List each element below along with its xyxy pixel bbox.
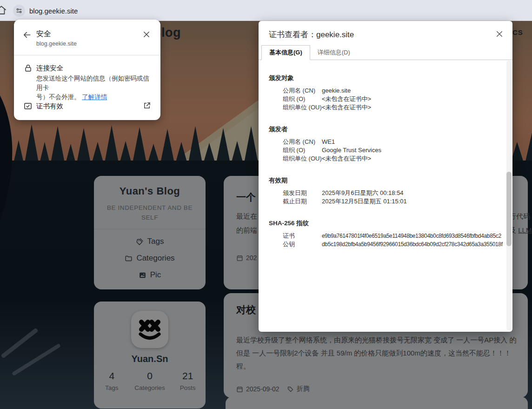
connection-secure-body: 您发送给这个网站的信息（例如密码或信用卡 号）不会外泄。 了解详情	[36, 74, 154, 102]
home-icon[interactable]	[0, 5, 7, 16]
row-value: WE1	[322, 138, 335, 146]
close-icon[interactable]	[496, 30, 503, 38]
section-issued-to: 颁发对象 公用名 (CN)geekie.site 组织 (O)<未包含在证书中>…	[269, 74, 501, 112]
row-label: 组织单位 (OU)	[283, 154, 322, 163]
cert-row: 公用名 (CN)geekie.site	[269, 87, 501, 95]
security-popup-site: blog.geekie.site	[36, 40, 77, 47]
security-popup: 安全 blog.geekie.site 连接安全 您发送给这个网站的信息（例如密…	[14, 20, 160, 120]
browser-toolbar: blog.geekie.site	[0, 0, 532, 21]
section-validity: 有效期 颁发日期2025年9月6日星期六 00:18:54 截止日期2025年1…	[269, 176, 501, 206]
url-text: blog.geekie.site	[29, 7, 78, 15]
row-label: 颁发日期	[283, 189, 322, 197]
tab-details[interactable]: 详细信息(D)	[310, 46, 358, 60]
row-label: 截止日期	[283, 197, 322, 206]
cert-row: 组织 (O)Google Trust Services	[269, 146, 501, 154]
close-icon[interactable]	[142, 30, 151, 39]
lock-icon	[24, 64, 33, 73]
address-bar[interactable]: blog.geekie.site	[13, 4, 78, 17]
cert-row: 颁发日期2025年9月6日星期六 00:18:54	[269, 189, 501, 197]
section-title: SHA-256 指纹	[269, 219, 501, 228]
row-label: 组织单位 (OU)	[283, 103, 322, 112]
row-value: <未包含在证书中>	[322, 103, 371, 112]
cert-row: 组织单位 (OU)<未包含在证书中>	[269, 154, 501, 163]
row-value: e9b9a76147801f4f0e6519a5e114948be13804b0…	[322, 232, 501, 240]
site-settings-icon[interactable]	[13, 5, 25, 17]
section-issued-by: 颁发者 公用名 (CN)WE1 组织 (O)Google Trust Servi…	[269, 125, 501, 163]
certificate-icon	[23, 101, 33, 111]
certificate-viewer-dialog: 证书查看者：geekie.site 基本信息(G) 详细信息(D) 颁发对象 公…	[259, 21, 512, 332]
dialog-title: 证书查看者：geekie.site	[269, 29, 354, 40]
certificate-details: 颁发对象 公用名 (CN)geekie.site 组织 (O)<未包含在证书中>…	[269, 74, 501, 262]
row-value: <未包含在证书中>	[322, 95, 371, 103]
row-label: 公用名 (CN)	[283, 138, 322, 146]
row-value: 2025年9月6日星期六 00:18:54	[322, 189, 404, 197]
section-title: 有效期	[269, 176, 501, 185]
section-title: 颁发对象	[269, 74, 501, 82]
cert-row: 公用名 (CN)WE1	[269, 138, 501, 146]
row-label: 组织 (O)	[283, 95, 322, 103]
cert-row: 组织单位 (OU)<未包含在证书中>	[269, 103, 501, 112]
connection-secure-heading[interactable]: 连接安全	[36, 64, 63, 73]
certificate-valid-row[interactable]: 证书有效	[36, 102, 63, 111]
row-label: 公用名 (CN)	[283, 87, 322, 95]
screen: blog.geekie.site Yuan's Blog CS Y	[0, 0, 532, 409]
section-title: 颁发者	[269, 125, 501, 134]
text-line: 号）不会外泄。	[36, 94, 80, 101]
section-fingerprints: SHA-256 指纹 证书e9b9a76147801f4f0e6519a5e11…	[269, 219, 501, 248]
row-value: <未包含在证书中>	[322, 154, 371, 163]
dialog-tabbar: 基本信息(G) 详细信息(D)	[259, 47, 512, 60]
row-label: 组织 (O)	[283, 146, 322, 154]
divider	[14, 55, 160, 55]
security-popup-title: 安全	[36, 29, 51, 39]
row-value: db5c198d2bfb4a5b9456f92966015d36bdc64b09…	[322, 240, 503, 248]
row-value: Google Trust Services	[322, 146, 381, 154]
cert-row: 公钥db5c198d2bfb4a5b9456f92966015d36bdc64b…	[269, 240, 501, 248]
cert-row: 组织 (O)<未包含在证书中>	[269, 95, 501, 103]
row-label: 证书	[283, 232, 322, 240]
cert-row: 截止日期2025年12月5日星期五 01:15:01	[269, 197, 501, 206]
row-value: geekie.site	[322, 87, 351, 95]
row-value: 2025年12月5日星期五 01:15:01	[322, 197, 407, 206]
back-icon[interactable]	[22, 30, 32, 40]
tab-general[interactable]: 基本信息(G)	[261, 45, 310, 60]
cert-row: 证书e9b9a76147801f4f0e6519a5e114948be13804…	[269, 232, 501, 240]
scrollbar-thumb[interactable]	[506, 172, 512, 246]
learn-more-link[interactable]: 了解详情	[82, 94, 107, 101]
text-line: 您发送给这个网站的信息（例如密码或信用卡	[36, 75, 149, 91]
row-label: 公钥	[283, 240, 322, 248]
external-link-icon[interactable]	[143, 101, 151, 110]
